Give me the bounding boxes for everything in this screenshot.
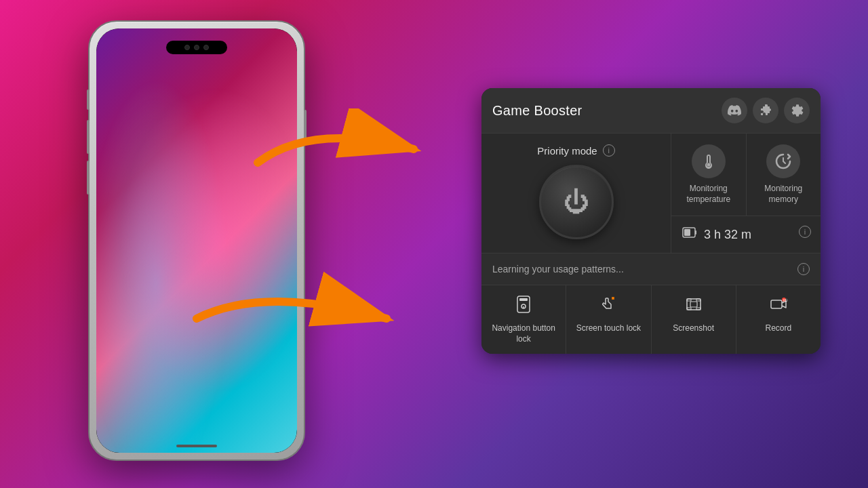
monitor-temperature[interactable]: Monitoring temperature [671, 134, 747, 216]
nav-lock-button[interactable]: Navigation button lock [481, 285, 566, 354]
temperature-label: Monitoring temperature [677, 184, 741, 205]
phone-screen [96, 28, 297, 453]
screenshot-icon [684, 295, 703, 318]
battery-time: 3 h 32 m [704, 228, 751, 242]
discord-button[interactable] [722, 98, 747, 123]
svg-rect-12 [687, 299, 701, 310]
svg-rect-5 [684, 229, 690, 236]
touch-lock-icon [599, 295, 618, 318]
record-button[interactable]: REC Record [736, 285, 821, 354]
svg-point-2 [707, 163, 710, 167]
settings-button[interactable] [784, 98, 810, 123]
screenshot-label: Screenshot [673, 323, 714, 334]
svg-rect-15 [687, 308, 691, 310]
battery-section: 3 h 32 m i [671, 216, 821, 253]
touch-lock-label: Screen touch lock [576, 323, 641, 334]
power-icon: ⏻ [564, 188, 589, 217]
svg-rect-16 [696, 308, 701, 310]
priority-section: Priority mode i ⏻ [481, 134, 671, 253]
battery-icon [682, 226, 697, 243]
monitoring-section: Monitoring temperature Monitoring memory [671, 134, 821, 253]
arrow-1 [244, 108, 434, 190]
panel-title: Game Booster [492, 103, 722, 119]
camera-dot-1 [184, 45, 190, 50]
phone-mockup [88, 20, 305, 461]
temperature-icon-circle [692, 144, 726, 178]
power-button-circle[interactable]: ⏻ [539, 165, 614, 239]
vol-down-button [87, 120, 90, 154]
bixby-button [87, 161, 90, 195]
memory-icon-circle [766, 144, 800, 178]
learning-bar: Learning your usage patterns... i [481, 253, 821, 285]
camera-dot-3 [203, 45, 209, 50]
record-icon: REC [769, 295, 788, 318]
touch-lock-button[interactable]: Screen touch lock [566, 285, 651, 354]
monitoring-top: Monitoring temperature Monitoring memory [671, 134, 821, 216]
svg-rect-4 [695, 230, 696, 235]
learning-info-icon[interactable]: i [797, 263, 810, 275]
priority-info-icon[interactable]: i [603, 144, 615, 157]
svg-rect-14 [696, 299, 701, 301]
nav-lock-icon [514, 295, 533, 318]
svg-text:REC: REC [783, 298, 788, 302]
monitor-memory[interactable]: Monitoring memory [747, 134, 821, 216]
panel-icon-group [722, 98, 810, 123]
panel-main: Priority mode i ⏻ Monitoring tempe [481, 134, 821, 253]
vol-up-button [87, 89, 90, 110]
record-label: Record [766, 323, 792, 334]
priority-header: Priority mode i [537, 144, 614, 157]
svg-rect-13 [687, 299, 691, 301]
battery-info-icon[interactable]: i [799, 226, 811, 238]
game-booster-panel: Game Booster [481, 88, 821, 354]
svg-line-11 [612, 298, 614, 299]
svg-rect-7 [519, 298, 528, 301]
plugin-button[interactable] [753, 98, 778, 123]
learning-text: Learning your usage patterns... [492, 264, 624, 274]
panel-header: Game Booster [481, 88, 821, 134]
panel-toolbar: Navigation button lock Screen touch lock [481, 285, 821, 354]
priority-label: Priority mode [537, 145, 597, 157]
nav-lock-label: Navigation button lock [487, 323, 560, 344]
phone-notch [166, 41, 227, 54]
camera-dot-2 [194, 45, 199, 50]
battery-info: i [799, 226, 811, 238]
arrow-2 [183, 264, 414, 352]
memory-label: Monitoring memory [752, 184, 816, 205]
svg-rect-17 [690, 302, 697, 307]
screenshot-button[interactable]: Screenshot [652, 285, 736, 354]
home-indicator [176, 445, 217, 447]
svg-rect-18 [771, 300, 782, 308]
